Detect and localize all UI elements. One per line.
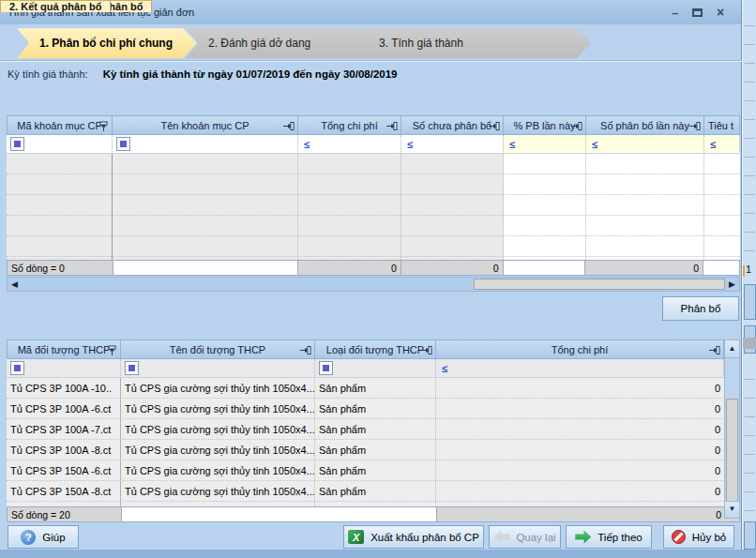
pin-icon[interactable] [571,121,582,131]
pin-icon[interactable] [98,121,109,132]
pin-icon[interactable] [489,121,500,131]
column-header-pb-lan-nay[interactable]: % PB lần này [504,115,586,135]
wizard-step-phan-bo-chi-phi-chung[interactable]: 1. Phân bổ chi phí chung [17,28,197,58]
table-row[interactable]: Tủ CPS 3P 200A -10.. Tủ CPS gia cường sợ… [7,502,740,506]
table-row[interactable]: Tủ CPS 3P 150A -6.ct Tủ CPS gia cường sợ… [7,460,740,481]
filter-checkbox-icon[interactable] [10,137,24,151]
table-row[interactable]: Tủ CPS 3P 100A -10.. Tủ CPS gia cường sợ… [7,378,740,399]
column-header-so-phan-bo-lan-nay[interactable]: Số phân bổ lần này [586,115,704,135]
filter-checkbox-icon[interactable] [116,137,130,151]
maximize-icon[interactable] [692,8,703,17]
export-allocation-button[interactable]: X Xuất khẩu phân bổ CP [343,525,484,549]
cell-code[interactable]: Tủ CPS 3P 100A -7.ct [7,419,121,439]
cell-name[interactable]: Tủ CPS gia cường sợi thủy tinh 1050x4... [121,378,315,398]
table-row[interactable]: Tủ CPS 3P 100A -7.ct Tủ CPS gia cường sợ… [7,419,740,440]
cell-code[interactable]: Tủ CPS 3P 100A -10.. [7,378,121,398]
table-row[interactable]: Tủ CPS 3P 150A -8.ct Tủ CPS gia cường sợ… [7,481,740,502]
scrollbar-thumb[interactable] [726,399,738,504]
table-row[interactable]: Tủ CPS 3P 100A -6.ct Tủ CPS gia cường sợ… [7,399,740,419]
allocate-button[interactable]: Phân bổ [662,296,739,321]
cell-total[interactable]: 0 [436,481,724,501]
filter-cell[interactable] [121,359,315,378]
cell-total[interactable]: 0 [436,440,724,460]
allocation-grid-body[interactable] [7,154,740,260]
cell-type[interactable]: Sản phẩm [315,440,436,460]
cell-code[interactable]: Tủ CPS 3P 200A -10.. [7,502,121,506]
result-vertical-scrollbar[interactable]: ▲ ▼ [724,339,740,519]
cell-name[interactable]: Tủ CPS gia cường sợi thủy tinh 1050x4... [121,419,315,439]
column-header-tong-chi-phi[interactable]: Tổng chi phí [298,115,401,135]
filter-cell[interactable]: ≤ [704,135,740,154]
cell-type[interactable]: Sản phẩm [315,378,436,398]
cell-type[interactable]: Sản phẩm [315,502,436,506]
scroll-up-icon[interactable]: ▲ [725,340,739,358]
pin-icon[interactable] [300,345,311,355]
cell-name[interactable]: Tủ CPS gia cường sợi thủy tinh 1050x4... [121,502,315,506]
filter-cell[interactable]: ≤ [504,135,586,154]
minimize-icon[interactable]: – [669,7,680,19]
filter-cell[interactable] [113,135,298,154]
filter-operator-icon[interactable]: ≤ [710,139,716,150]
cell-name[interactable]: Tủ CPS gia cường sợi thủy tinh 1050x4... [121,481,315,501]
cell-name[interactable]: Tủ CPS gia cường sợi thủy tinh 1050x4... [121,440,315,460]
filter-operator-icon[interactable]: ≤ [509,139,515,150]
next-button[interactable]: Tiếp theo [566,525,652,549]
column-header-so-chua-phan-bo[interactable]: Số chưa phân bổ [401,115,504,135]
pin-icon[interactable] [386,121,398,131]
filter-checkbox-icon[interactable] [10,361,24,375]
cell-type[interactable]: Sản phẩm [315,419,436,439]
cell-total[interactable]: 0 [436,419,724,439]
pin-icon[interactable] [283,121,295,131]
cell-type[interactable]: Sản phẩm [315,481,436,501]
cell-code[interactable]: Tủ CPS 3P 100A -6.ct [7,399,121,418]
filter-cell[interactable] [315,359,436,378]
close-icon[interactable]: × [715,7,726,19]
filter-operator-icon[interactable]: ≤ [442,363,447,374]
cell-type[interactable]: Sản phẩm [315,399,436,418]
filter-cell[interactable]: ≤ [401,135,504,154]
table-row[interactable]: Tủ CPS 3P 100A -8.ct Tủ CPS gia cường sợ… [7,440,740,460]
filter-cell[interactable]: ≤ [436,359,724,378]
cancel-button[interactable]: Hủy bỏ [663,525,734,549]
filter-cell[interactable]: ≤ [586,135,704,154]
filter-operator-icon[interactable]: ≤ [407,139,413,150]
column-header-ten-doi-tuong[interactable]: Tên đối tượng THCP [121,339,315,359]
footer-cell [122,507,437,521]
pin-icon[interactable] [709,345,720,355]
back-button[interactable]: Quay lại [489,525,561,549]
cell-code[interactable]: Tủ CPS 3P 100A -8.ct [7,440,121,460]
cell-total[interactable]: 0 [436,502,724,506]
wizard-step-tinh-gia-thanh[interactable]: 3. Tính giá thành [356,28,591,58]
filter-operator-icon[interactable]: ≤ [304,139,310,150]
cell-type[interactable]: Sản phẩm [315,460,436,480]
column-header-ten-khoan-muc[interactable]: Tên khoản mục CP [113,115,298,135]
filter-cell[interactable]: ≤ [298,135,401,154]
column-header-ma-doi-tuong[interactable]: Mã đối tượng THCP [7,339,121,359]
scrollbar-thumb[interactable] [474,279,725,290]
cell-name[interactable]: Tủ CPS gia cường sợi thủy tinh 1050x4... [121,399,315,418]
column-header-ma-khoan-muc[interactable]: Mã khoản mục CP [7,115,113,135]
filter-operator-icon[interactable]: ≤ [592,139,597,150]
column-header-loai-doi-tuong[interactable]: Loại đối tượng THCP [315,339,436,359]
allocation-horizontal-scrollbar[interactable]: ◀ ▶ [7,277,740,292]
wizard-step-danh-gia-do-dang[interactable]: 2. Đánh giá dở dang [186,28,370,58]
column-header-tieu-thuc[interactable]: Tiêu t [704,115,740,135]
scroll-down-icon[interactable]: ▼ [725,501,739,518]
pin-icon[interactable] [107,345,117,356]
cell-name[interactable]: Tủ CPS gia cường sợi thủy tinh 1050x4... [121,460,315,480]
scroll-right-icon[interactable]: ▶ [729,279,735,289]
cell-total[interactable]: 0 [436,399,724,418]
cell-code[interactable]: Tủ CPS 3P 150A -8.ct [7,481,121,501]
pin-icon[interactable] [689,121,701,131]
scroll-left-icon[interactable]: ◀ [11,279,18,289]
filter-checkbox-icon[interactable] [319,361,333,375]
cell-total[interactable]: 0 [436,460,724,480]
filter-cell[interactable] [7,359,121,378]
filter-cell[interactable] [7,135,113,154]
help-button[interactable]: ? Giúp [8,525,79,549]
pin-icon[interactable] [421,345,432,355]
cell-code[interactable]: Tủ CPS 3P 150A -6.ct [7,460,121,480]
filter-checkbox-icon[interactable] [125,361,139,375]
column-header-tong-chi-phi-2[interactable]: Tổng chi phí [436,339,724,359]
cell-total[interactable]: 0 [436,378,724,398]
